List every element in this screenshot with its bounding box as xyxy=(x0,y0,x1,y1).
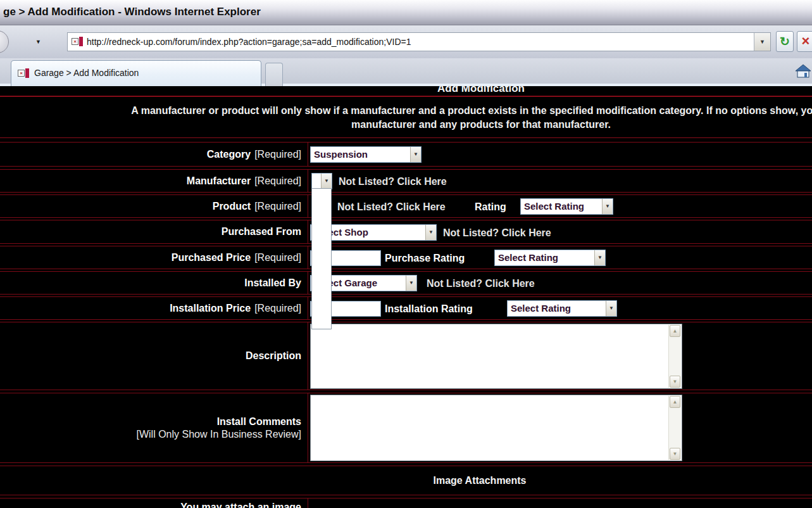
browser-window: { "window": { "title": "ge > Add Modific… xyxy=(0,0,812,508)
installed-by-label: Installed By xyxy=(244,277,301,289)
url-text[interactable]: http://redneck-up.com/forum/index.php?ac… xyxy=(87,33,751,51)
category-label: Category xyxy=(207,149,251,160)
form-row-description: ▲ ▼ Description xyxy=(0,322,812,390)
install-comments-label: Install Comments xyxy=(217,416,301,428)
home-button[interactable] xyxy=(795,63,811,80)
form-row-purchased-from: Select Shop ▼ Not Listed? Click Here Pur… xyxy=(0,220,812,244)
purchased-price-label: Purchased Price xyxy=(172,252,251,264)
favicon-bar xyxy=(79,37,83,46)
form-row-purchased-price: Purchase Rating Select Rating ▼ Purchase… xyxy=(0,246,812,269)
product-label: Product xyxy=(213,201,251,212)
notice-line1: A manufacturer or product will only show… xyxy=(0,104,812,118)
chevron-down-icon[interactable]: ▼ xyxy=(425,225,436,240)
form-row-product: Not Listed? Click Here Rating Select Rat… xyxy=(0,194,812,218)
window-title: ge > Add Modification - Windows Internet… xyxy=(3,6,261,18)
notice-line2: manufacturer and any products for that m… xyxy=(0,118,812,132)
form-row-category: Suspension ▼ Category [Required] xyxy=(0,142,812,167)
tab-title: Garage > Add Modification xyxy=(34,61,139,86)
form-row-attach-image: You may attach an image xyxy=(0,498,812,508)
history-dropdown-icon[interactable]: ▼ xyxy=(35,39,41,45)
purchased-from-label: Purchased From xyxy=(222,226,301,238)
install-comments-textarea[interactable]: ▲ ▼ xyxy=(310,395,682,461)
installation-rating-value: Select Rating xyxy=(511,301,605,316)
chevron-down-icon[interactable]: ▼ xyxy=(410,147,421,162)
chevron-down-icon[interactable]: ▼ xyxy=(602,199,613,214)
favicon-bar xyxy=(25,68,29,78)
new-tab-button[interactable] xyxy=(265,63,283,86)
manufacturer-select[interactable]: ▼ xyxy=(311,173,332,189)
window-titlebar: ge > Add Modification - Windows Internet… xyxy=(0,0,812,25)
stop-button[interactable]: × xyxy=(797,31,812,52)
rating-label: Rating xyxy=(475,198,506,215)
image-attachments-header: Image Attachments xyxy=(0,466,812,495)
chevron-down-icon[interactable]: ▼ xyxy=(406,276,416,291)
category-select[interactable]: Suspension ▼ xyxy=(310,146,422,163)
chevron-down-icon[interactable]: ▼ xyxy=(321,174,332,189)
description-textarea[interactable]: ▲ ▼ xyxy=(310,324,682,389)
required-tag: [Required] xyxy=(254,149,301,160)
install-comments-note: [Will Only Show In Business Review] xyxy=(136,429,301,440)
not-listed-link[interactable]: Not Listed? Click Here xyxy=(427,275,535,292)
page-content: Add Modification A manufacturer or produ… xyxy=(0,86,812,508)
required-tag: [Required] xyxy=(254,252,301,264)
textarea-scrollbar[interactable]: ▲ ▼ xyxy=(668,325,681,388)
manufacturer-dropdown-list[interactable] xyxy=(311,188,332,329)
installation-rating-select[interactable]: Select Rating ▼ xyxy=(507,300,617,317)
form-row-manufacturer: ▼ Not Listed? Click Here Manufacturer [R… xyxy=(0,169,812,193)
scroll-up-icon[interactable]: ▲ xyxy=(670,325,680,337)
not-listed-link[interactable]: Not Listed? Click Here xyxy=(443,224,551,241)
purchase-rating-label: Purchase Rating xyxy=(385,250,465,267)
form-row-install-comments: ▲ ▼ Install Comments [Will Only Show In … xyxy=(0,393,812,463)
address-bar[interactable]: × http://redneck-up.com/forum/index.php?… xyxy=(67,32,771,51)
form-row-installed-by: Select Garage ▼ Not Listed? Click Here I… xyxy=(0,271,812,295)
tab-favicon: × xyxy=(18,68,30,78)
required-tag: [Required] xyxy=(254,175,301,187)
home-icon xyxy=(795,63,811,79)
not-listed-link[interactable]: Not Listed? Click Here xyxy=(337,198,446,215)
form-row-image-attachments: Image Attachments xyxy=(0,466,812,495)
page-favicon: × xyxy=(72,37,84,46)
purchase-rating-select[interactable]: Select Rating ▼ xyxy=(494,250,606,266)
scroll-down-icon[interactable]: ▼ xyxy=(670,376,680,388)
not-listed-link[interactable]: Not Listed? Click Here xyxy=(339,173,447,190)
textarea-scrollbar[interactable]: ▲ ▼ xyxy=(668,396,681,460)
manufacturer-label: Manufacturer xyxy=(187,175,251,187)
tab-garage-add-modification[interactable]: × Garage > Add Modification xyxy=(11,60,261,86)
scroll-down-icon[interactable]: ▼ xyxy=(670,448,680,460)
scroll-up-icon[interactable]: ▲ xyxy=(670,396,680,408)
back-button[interactable] xyxy=(0,30,9,53)
required-tag: [Required] xyxy=(254,201,301,212)
form-row-installation-price: Installation Rating Select Rating ▼ Inst… xyxy=(0,296,812,320)
product-rating-value: Select Rating xyxy=(524,199,601,214)
attach-image-label: You may attach an image xyxy=(180,502,301,508)
category-select-value: Suspension xyxy=(314,147,409,162)
tab-bar: × Garage > Add Modification xyxy=(0,58,812,86)
installation-rating-label: Installation Rating xyxy=(385,300,473,317)
chevron-down-icon[interactable]: ▼ xyxy=(594,250,605,265)
required-tag: [Required] xyxy=(254,303,301,314)
refresh-button[interactable]: ↻ xyxy=(776,31,794,52)
notice-banner: A manufacturer or product will only show… xyxy=(0,96,812,138)
page-title: Add Modification xyxy=(0,86,812,95)
browser-toolbar: ▼ × http://redneck-up.com/forum/index.ph… xyxy=(0,25,812,58)
product-rating-select[interactable]: Select Rating ▼ xyxy=(520,198,613,215)
broken-image-icon: × xyxy=(72,38,78,45)
chevron-down-icon[interactable]: ▼ xyxy=(606,301,616,316)
installation-price-label: Installation Price xyxy=(170,303,251,314)
purchase-rating-value: Select Rating xyxy=(498,250,594,265)
url-dropdown-icon[interactable]: ▼ xyxy=(754,33,770,51)
broken-image-icon: × xyxy=(18,70,25,77)
description-label: Description xyxy=(246,350,301,362)
